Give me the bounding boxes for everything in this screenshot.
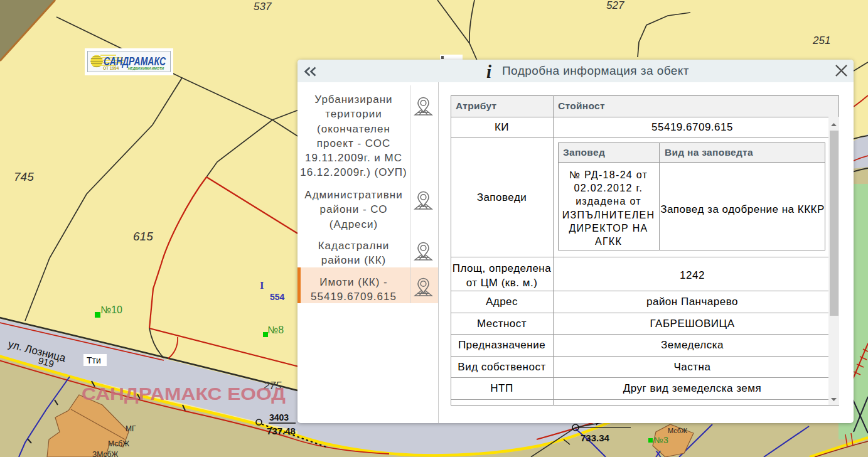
- svg-text:733.34: 733.34: [581, 433, 610, 443]
- svg-text:527: 527: [606, 0, 624, 11]
- svg-text:615: 615: [133, 230, 153, 243]
- svg-text:№3: №3: [654, 435, 668, 445]
- svg-text:537: 537: [254, 1, 272, 13]
- svg-text:НЕДВИЖИМИ ИМОТИ: НЕДВИЖИМИ ИМОТИ: [128, 67, 164, 70]
- svg-text:554: 554: [270, 292, 285, 302]
- svg-text:МсбЖ: МсбЖ: [108, 439, 129, 448]
- svg-text:МсбЖ: МсбЖ: [668, 427, 687, 434]
- svg-text:251: 251: [812, 35, 830, 46]
- svg-text:737.48: 737.48: [267, 426, 296, 436]
- svg-text:I: I: [260, 279, 264, 291]
- svg-text:МГ: МГ: [126, 424, 136, 433]
- svg-text:№8: №8: [267, 325, 284, 335]
- svg-text:ЗМсбЖ: ЗМсбЖ: [92, 450, 118, 457]
- svg-text:745: 745: [14, 170, 34, 183]
- svg-text:САНДРАМАКС ЕООД: САНДРАМАКС ЕООД: [82, 385, 286, 404]
- svg-text:X: X: [655, 449, 662, 457]
- svg-text:Тти: Тти: [87, 355, 101, 365]
- svg-text:ОТ 1994: ОТ 1994: [103, 66, 119, 70]
- svg-text:3403: 3403: [269, 412, 289, 422]
- svg-text:№10: №10: [100, 304, 122, 315]
